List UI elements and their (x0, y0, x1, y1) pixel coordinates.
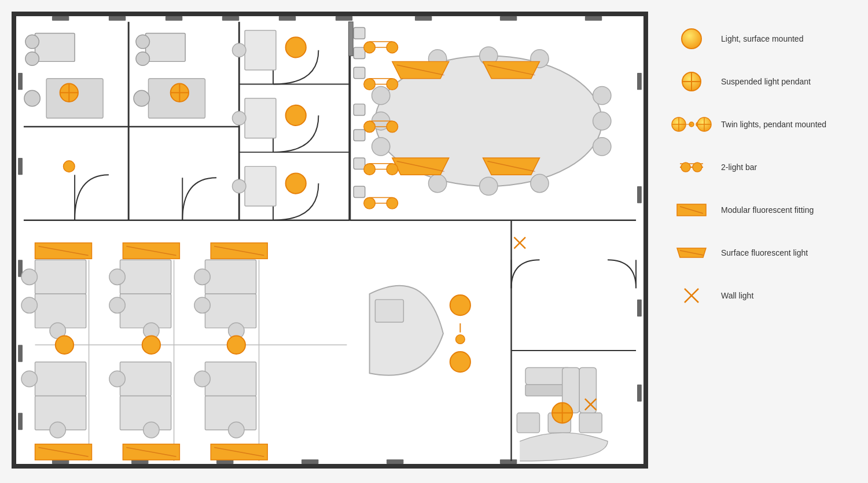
svg-point-70 (428, 50, 446, 68)
svg-point-89 (194, 297, 210, 313)
svg-point-154 (286, 105, 306, 126)
svg-point-72 (531, 50, 549, 68)
svg-point-71 (480, 47, 498, 65)
svg-point-88 (194, 269, 210, 285)
svg-rect-14 (500, 459, 517, 464)
svg-rect-117: Modular fluorescent fitting (35, 243, 92, 259)
svg-line-132 (487, 65, 535, 75)
svg-rect-127 (211, 444, 267, 460)
svg-marker-133 (392, 158, 449, 175)
svg-point-94 (50, 422, 65, 437)
svg-point-67 (593, 86, 611, 104)
svg-rect-52 (146, 33, 186, 61)
svg-point-97 (109, 371, 125, 386)
legend-label-wall-light: Wall light (721, 291, 753, 300)
svg-rect-46 (348, 22, 353, 56)
svg-point-85 (144, 323, 159, 338)
svg-point-160 (364, 79, 376, 90)
svg-rect-86 (205, 260, 256, 294)
svg-point-53 (136, 35, 150, 49)
svg-rect-114 (517, 413, 539, 433)
svg-rect-13 (387, 459, 403, 464)
svg-rect-12 (301, 459, 318, 464)
svg-rect-21 (637, 186, 642, 203)
svg-rect-4 (279, 16, 296, 21)
svg-line-136 (487, 161, 535, 172)
svg-marker-131 (483, 61, 540, 78)
svg-rect-91 (35, 362, 86, 396)
svg-point-164 (364, 121, 376, 132)
svg-rect-116 (579, 413, 602, 433)
svg-point-60 (232, 112, 246, 126)
svg-point-80 (50, 323, 65, 338)
svg-point-48 (25, 35, 39, 49)
legend-icon-2light-bar (671, 153, 712, 182)
svg-rect-9 (52, 459, 69, 464)
svg-line-176 (514, 237, 525, 249)
legend-icon-surface-fluor (671, 238, 712, 267)
svg-line-128 (214, 448, 264, 457)
legend-item-modular-fluor: Modular fluorescent fitting (671, 189, 856, 231)
svg-rect-11 (216, 459, 233, 464)
svg-rect-45 (354, 186, 365, 198)
svg-point-166 (387, 121, 398, 132)
legend-icon-modular-fluor (671, 196, 712, 224)
svg-rect-10 (131, 459, 148, 464)
svg-rect-61 (245, 167, 276, 207)
svg-point-168 (364, 164, 376, 175)
legend-item-pendant: Suspended light pendant (671, 60, 856, 103)
svg-rect-125 (123, 444, 179, 460)
svg-marker-129 (392, 61, 449, 78)
svg-rect-96 (120, 396, 171, 430)
legend-label-modular-fluor: Modular fluorescent fitting (721, 205, 814, 215)
svg-rect-113 (562, 367, 579, 412)
svg-point-66 (372, 138, 390, 156)
legend-label-surface-fluor: Surface fluorescent light (721, 248, 808, 257)
svg-rect-41 (354, 67, 365, 79)
legend-item-twin-pendant: Twin lights, pendant mounted (671, 103, 856, 146)
svg-point-137 (56, 336, 73, 354)
svg-rect-55 (148, 79, 205, 119)
svg-rect-44 (354, 158, 365, 169)
svg-point-78 (21, 269, 37, 285)
legend-label-pendant: Suspended light pendant (721, 77, 811, 86)
floor-plan: Modular fluorescent fitting (12, 12, 648, 469)
svg-rect-59 (245, 98, 276, 138)
svg-point-162 (387, 79, 398, 90)
legend-item-wall-light: Wall light (671, 274, 856, 317)
svg-rect-57 (245, 30, 276, 70)
floor-plan-area: Modular fluorescent fitting (0, 0, 660, 483)
svg-point-142 (456, 335, 465, 344)
svg-point-98 (144, 422, 159, 437)
svg-line-118 (38, 246, 88, 256)
svg-point-51 (24, 90, 40, 106)
svg-point-63 (375, 56, 602, 186)
svg-rect-115 (548, 413, 571, 433)
svg-rect-7 (500, 16, 517, 21)
svg-rect-100 (205, 396, 256, 430)
svg-rect-23 (637, 385, 642, 401)
svg-rect-5 (336, 16, 352, 21)
svg-point-158 (387, 42, 398, 53)
svg-rect-92 (35, 396, 86, 430)
svg-rect-82 (120, 294, 171, 328)
svg-point-73 (428, 174, 446, 192)
svg-rect-95 (120, 362, 171, 396)
svg-line-178 (585, 399, 597, 410)
svg-line-134 (397, 161, 444, 172)
svg-rect-17 (18, 260, 23, 276)
svg-rect-50 (46, 79, 103, 119)
svg-point-180 (64, 161, 75, 172)
svg-point-64 (372, 86, 390, 104)
svg-rect-119 (123, 243, 179, 259)
svg-point-54 (136, 52, 150, 66)
legend-icon-pendant (671, 67, 712, 96)
svg-line-120 (126, 246, 176, 256)
svg-point-174 (387, 198, 398, 209)
legend-panel: Light, surface mounted Suspended light p… (660, 0, 868, 483)
svg-marker-135 (483, 158, 540, 175)
svg-point-65 (372, 112, 390, 130)
svg-rect-47 (35, 33, 75, 61)
svg-point-83 (109, 269, 125, 285)
svg-line-124 (38, 448, 88, 457)
